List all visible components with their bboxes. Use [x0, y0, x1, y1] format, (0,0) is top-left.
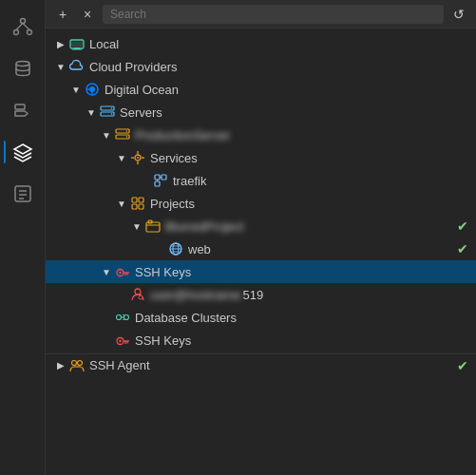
database-clusters-label: Database Clusters: [135, 311, 237, 325]
tree-item-ssh-keys-bottom[interactable]: SSH Keys: [46, 329, 476, 352]
local-label: Local: [89, 37, 119, 51]
tree-item-local[interactable]: ▶ Local: [46, 32, 476, 55]
svg-rect-15: [72, 49, 82, 50]
traefik-icon: [152, 173, 169, 188]
ssh-agent-icon: [68, 358, 86, 373]
chevron-ssh-keys-selected: ▼: [99, 264, 114, 279]
chevron-traefik: [137, 173, 152, 188]
svg-point-23: [111, 107, 113, 109]
svg-rect-36: [162, 175, 166, 180]
svg-point-5: [16, 62, 29, 66]
web-label: web: [188, 242, 457, 256]
digital-ocean-label: Digital Ocean: [105, 83, 179, 97]
svg-point-24: [111, 113, 113, 115]
tree-item-projects[interactable]: ▼ Projects: [46, 192, 476, 215]
tree-item-ssh-key-user[interactable]: user@hostname 519: [46, 283, 476, 306]
ssh-key-bottom-icon: [114, 332, 131, 348]
chevron-web: [152, 241, 167, 256]
activity-database[interactable]: [4, 49, 42, 87]
activity-bar: [0, 0, 46, 475]
svg-rect-16: [71, 42, 83, 48]
tree-item-cloud-providers[interactable]: ▼ Cloud Providers: [46, 55, 476, 78]
activity-layers[interactable]: [4, 133, 42, 171]
search-input[interactable]: [103, 5, 444, 24]
svg-rect-42: [132, 204, 137, 209]
traefik-label: traefik: [173, 174, 206, 188]
server-blurred-icon: [114, 127, 131, 142]
digital-ocean-icon: [84, 82, 101, 97]
services-icon: [129, 150, 146, 165]
svg-point-56: [135, 289, 141, 294]
ssh-key-selected-icon: [114, 264, 131, 279]
activity-checklist[interactable]: [4, 175, 42, 213]
tree-item-traefik[interactable]: traefik: [46, 169, 476, 192]
refresh-button[interactable]: ↺: [449, 5, 468, 24]
chevron-cloud-providers: ▼: [53, 59, 68, 74]
tree-item-servers[interactable]: ▼ Servers: [46, 101, 476, 124]
chevron-services: ▼: [114, 150, 129, 165]
svg-line-3: [16, 24, 23, 30]
svg-point-57: [139, 295, 143, 299]
svg-point-28: [126, 136, 128, 138]
tree-item-web[interactable]: web ✔: [46, 238, 476, 260]
ssh-key-user-suffix: 519: [243, 288, 264, 302]
svg-point-55: [119, 272, 121, 274]
project-blurred-icon: [144, 218, 162, 234]
svg-rect-44: [146, 222, 160, 232]
svg-line-4: [23, 24, 29, 30]
projects-icon: [129, 196, 146, 211]
cloud-providers-label: Cloud Providers: [89, 60, 178, 74]
svg-point-59: [117, 315, 122, 320]
svg-point-60: [124, 315, 129, 320]
chevron-digital-ocean: ▼: [68, 82, 84, 97]
chevron-project-blurred: ▼: [129, 218, 144, 234]
svg-rect-35: [155, 175, 160, 180]
tree-item-database-clusters[interactable]: Database Clusters: [46, 306, 476, 329]
ssh-keys-bottom-label: SSH Keys: [135, 333, 191, 348]
svg-point-1: [13, 30, 18, 35]
top-bar: + × ↺: [46, 0, 476, 28]
svg-point-27: [126, 130, 128, 132]
servers-label: Servers: [120, 105, 162, 120]
tree-view: ▶ Local ▼ Cloud Providers: [46, 28, 476, 475]
add-button[interactable]: +: [53, 5, 72, 24]
svg-rect-41: [139, 198, 143, 202]
chevron-server-blurred: ▼: [99, 127, 114, 142]
svg-rect-37: [155, 181, 160, 186]
tree-item-digital-ocean[interactable]: ▼ Digital Ocean: [46, 78, 476, 101]
project-blurred-label: BlurredProject: [165, 219, 457, 234]
ssh-key-user-icon: [129, 287, 146, 302]
chevron-database-clusters: [99, 310, 114, 325]
svg-marker-7: [15, 111, 28, 116]
main-panel: + × ↺ ▶ Local ▼: [46, 0, 476, 475]
svg-point-0: [20, 19, 25, 24]
svg-point-30: [137, 157, 139, 159]
ssh-agent-badge: ✔: [457, 358, 468, 373]
chevron-ssh-key-user: [114, 287, 129, 302]
server-blurred-label: ProductionServer: [135, 128, 230, 142]
tree-item-ssh-keys-selected[interactable]: ▼ SSH Keys: [46, 260, 476, 283]
svg-point-2: [27, 30, 31, 35]
svg-marker-8: [14, 144, 31, 154]
services-label: Services: [150, 151, 198, 165]
projects-label: Projects: [150, 197, 195, 211]
project-badge: ✔: [457, 218, 468, 234]
ssh-agent-label: SSH Agent: [89, 358, 457, 372]
ssh-key-user-label: user@hostname: [150, 288, 241, 302]
web-badge: ✔: [457, 241, 468, 256]
chevron-projects: ▼: [114, 196, 129, 211]
svg-rect-43: [139, 204, 143, 209]
cloud-icon: [68, 59, 86, 74]
tree-item-services[interactable]: ▼ Services: [46, 146, 476, 169]
servers-icon: [99, 104, 116, 120]
local-icon: [68, 36, 86, 51]
tree-item-ssh-agent[interactable]: ▶ SSH Agent ✔: [46, 353, 476, 376]
tree-item-server-blurred[interactable]: ▼ ProductionServer: [46, 124, 476, 146]
svg-point-69: [72, 360, 77, 365]
close-button[interactable]: ×: [78, 5, 97, 24]
tree-item-project-blurred[interactable]: ▼ BlurredProject ✔: [46, 215, 476, 238]
activity-topology[interactable]: [4, 8, 42, 46]
chevron-local: ▶: [53, 36, 68, 51]
svg-point-70: [78, 360, 83, 365]
activity-signs[interactable]: [4, 91, 42, 129]
